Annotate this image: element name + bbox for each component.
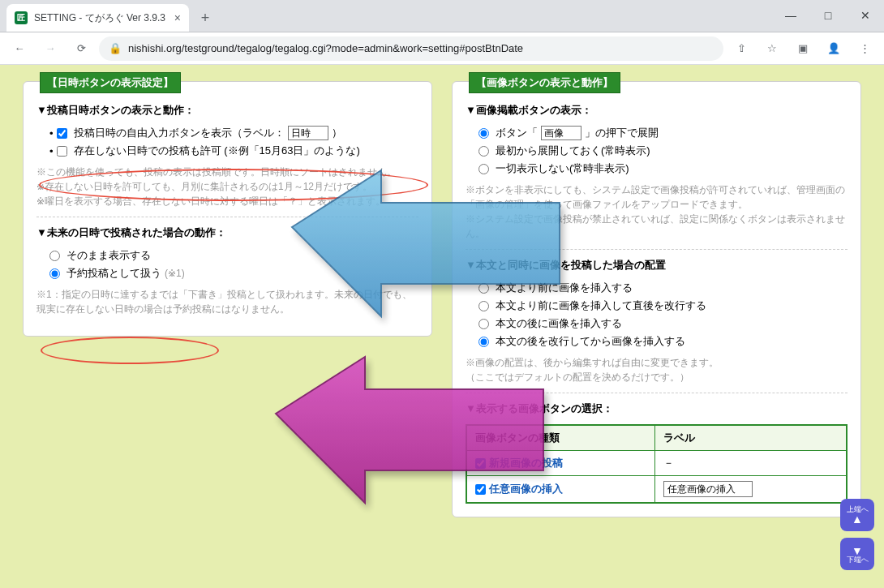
label-pos-after: 本文の後に画像を挿入する [496,316,622,331]
image-button-table: 画像ボタンの種類 ラベル 新規画像の投稿 － 任意画像の挿入 [466,424,848,504]
url-text: nishishi.org/testground/tegalog/tegalog.… [128,42,523,54]
radio-pos-before-br[interactable] [478,301,489,311]
th-type: 画像ボタンの種類 [466,425,655,451]
url-field[interactable]: 🔒 nishishi.org/testground/tegalog/tegalo… [99,36,723,61]
checkbox-new-image[interactable] [475,458,486,469]
scroll-top-button[interactable]: 上端へ ▲ [840,499,874,531]
radio-pos-after-br[interactable] [478,337,489,347]
page-viewport: 【日時ボタンの表示設定】 ▼投稿日時ボタンの表示と動作： • 投稿日時の自由入力… [0,65,884,588]
scroll-bottom-button[interactable]: ▼ 下端へ [840,538,874,570]
section-head-image-buttons: ▼表示する画像ボタンの選択： [466,401,848,416]
radio-always-show[interactable] [478,146,489,157]
divider [36,217,418,217]
label-expand-post: 」の押下で展開 [585,126,659,140]
input-any-image-label[interactable] [663,481,753,497]
menu-icon[interactable]: ⋮ [852,36,878,62]
browser-tab[interactable]: 匠 SETTING - てがろぐ Ver 3.9.3 × [6,4,189,32]
option-scheduled-post: 予約投稿として扱う (※1) [49,266,418,281]
table-row: 新規画像の投稿 － [466,451,847,476]
left-column: 【日時ボタンの表示設定】 ▼投稿日時ボタンの表示と動作： • 投稿日時の自由入力… [23,81,432,572]
option-show-as-is: そのまま表示する [49,248,418,263]
label-allow-invalid: 存在しない日時での投稿も許可 (※例「15月63日」のような) [74,144,360,158]
input-datetime-label[interactable] [288,126,328,140]
radio-pos-after[interactable] [478,319,489,329]
close-window-icon[interactable]: ✕ [847,0,884,32]
label-show-datetime-post: ） [332,126,342,140]
radio-expand-press[interactable] [478,128,489,139]
label-pos-before-br: 本文より前に画像を挿入して直後を改行する [496,298,706,313]
table-row: 任意画像の挿入 [466,476,847,504]
option-pos-before: 本文より前に画像を挿入する [478,281,848,295]
radio-pos-before[interactable] [478,283,489,294]
label-pos-before: 本文より前に画像を挿入する [496,281,633,295]
note-future: ※1：指定の日時に達するまでは「下書き」投稿として扱われます。未来の日付でも、現… [36,287,418,316]
reload-button[interactable]: ⟳ [68,36,94,62]
checkbox-any-image[interactable] [475,484,486,495]
option-expand-on-press: ボタン「 」の押下で展開 [478,126,848,140]
cell-any-image: 任意画像の挿入 [489,482,563,496]
note-datetime: ※この機能を使っても、投稿の表示は投稿順です。日時順にソートはされません。 ※存… [36,165,418,208]
note-image-display: ※ボタンを非表示にしても、システム設定で画像投稿が許可されていれば、管理画面の「… [466,182,848,241]
radio-scheduled[interactable] [49,268,60,279]
input-image-label[interactable] [541,126,581,140]
option-never-show: 一切表示しない(常時非表示) [478,161,848,176]
panel-title-datetime: 【日時ボタンの表示設定】 [40,72,181,93]
cell-new-image-label: － [655,451,847,476]
divider [466,393,848,393]
label-scheduled-suffix: (※1) [165,268,185,279]
extensions-icon[interactable]: ▣ [790,36,816,62]
triangle-up-icon: ▲ [852,513,863,525]
section-head-display: ▼投稿日時ボタンの表示と動作： [36,103,418,118]
profile-icon[interactable]: 👤 [821,36,847,62]
section-head-image-position: ▼本文と同時に画像を投稿した場合の配置 [466,258,848,273]
option-pos-after-br: 本文の後を改行してから画像を挿入する [478,334,848,349]
label-show-as-is: そのまま表示する [67,248,151,263]
radio-show-as-is[interactable] [49,251,60,261]
checkbox-show-datetime[interactable] [57,128,67,139]
forward-button: → [37,36,63,62]
section-head-future: ▼未来の日時で投稿された場合の動作： [36,225,418,240]
browser-tab-strip: 匠 SETTING - てがろぐ Ver 3.9.3 × + — □ ✕ [0,0,884,32]
maximize-icon[interactable]: □ [809,0,847,32]
radio-never-show[interactable] [478,164,489,174]
label-show-datetime-pre: 投稿日時の自由入力ボタンを表示（ラベル： [74,126,285,140]
tab-title: SETTING - てがろぐ Ver 3.9.3 [34,11,165,25]
panel-title-image: 【画像ボタンの表示と動作】 [469,72,620,93]
minimize-icon[interactable]: — [772,0,809,32]
lock-icon: 🔒 [109,42,122,54]
datetime-panel: 【日時ボタンの表示設定】 ▼投稿日時ボタンの表示と動作： • 投稿日時の自由入力… [23,81,432,337]
share-icon[interactable]: ⇧ [728,36,754,62]
option-pos-before-br: 本文より前に画像を挿入して直後を改行する [478,298,848,313]
favicon-icon: 匠 [15,11,28,24]
label-never-show: 一切表示しない(常時非表示) [496,161,629,176]
close-tab-icon[interactable]: × [174,11,181,24]
label-always-show: 最初から展開しておく(常時表示) [496,144,650,158]
label-expand-pre: ボタン「 [496,126,538,140]
option-always-show: 最初から展開しておく(常時表示) [478,144,848,158]
bookmark-icon[interactable]: ☆ [759,36,785,62]
triangle-down-icon: ▼ [852,545,863,556]
option-allow-invalid-date: • 存在しない日時での投稿も許可 (※例「15月63日」のような) [49,144,418,158]
right-column: 【画像ボタンの表示と動作】 ▼画像掲載ボタンの表示： ボタン「 」の押下で展開 … [452,81,861,572]
label-pos-after-br: 本文の後を改行してから画像を挿入する [496,334,685,349]
th-label: ラベル [655,425,847,451]
note-image-position: ※画像の配置は、後から編集すれば自由に変更できます。 （ここではデフォルトの配置… [466,355,848,384]
cell-new-image: 新規画像の投稿 [489,456,563,470]
new-tab-button[interactable]: + [194,6,217,29]
back-button[interactable]: ← [6,36,32,62]
section-head-image-display: ▼画像掲載ボタンの表示： [466,103,848,118]
option-pos-after: 本文の後に画像を挿入する [478,316,848,331]
badge-down-label: 下端へ [847,556,869,564]
address-bar: ← → ⟳ 🔒 nishishi.org/testground/tegalog/… [0,32,884,65]
label-scheduled: 予約投稿として扱う [67,266,161,281]
checkbox-allow-invalid[interactable] [57,146,67,157]
image-panel: 【画像ボタンの表示と動作】 ▼画像掲載ボタンの表示： ボタン「 」の押下で展開 … [452,81,861,517]
divider [466,249,848,250]
option-show-datetime-button: • 投稿日時の自由入力ボタンを表示（ラベル： ） [49,126,418,140]
